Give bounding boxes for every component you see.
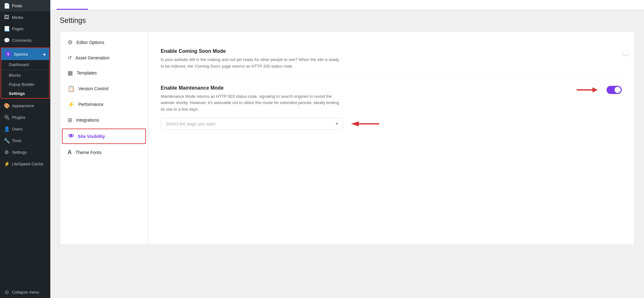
- sidebar-item-settings-wp[interactable]: ⚙ Settings: [0, 146, 50, 158]
- nav-theme-fonts[interactable]: A Theme Fonts: [60, 145, 148, 160]
- maintenance-toggle[interactable]: [607, 86, 622, 94]
- sidebar-item-popup-builder[interactable]: Popup Builder: [1, 80, 49, 89]
- media-icon: 🖼: [4, 14, 9, 20]
- content-area: Settings ⚙ Editor Options ↺ Asset Genera…: [50, 10, 644, 298]
- settings-container: ⚙ Editor Options ↺ Asset Generation ▦ Te…: [60, 31, 635, 245]
- pages-icon: 📃: [4, 26, 9, 32]
- sidebar-item-plugins[interactable]: 🔌 Plugins: [0, 112, 50, 123]
- templates-icon: ▦: [68, 69, 73, 76]
- spectra-section: S Spectra ◀ Dashboard Blocks Popup Build…: [1, 47, 50, 99]
- coming-soon-title: Enable Coming Soon Mode: [161, 48, 343, 54]
- settings-panel: Enable Coming Soon Mode Is your website …: [148, 31, 634, 245]
- sidebar-item-dashboard[interactable]: Dashboard: [1, 60, 49, 69]
- sidebar-item-blocks[interactable]: Blocks: [1, 71, 49, 80]
- coming-soon-toggle-row: Enable Coming Soon Mode Is your website …: [161, 48, 622, 70]
- maintenance-row: Enable Maintenance Mode Maintenance Mode…: [161, 78, 622, 137]
- theme-fonts-icon: A: [68, 149, 72, 156]
- litespeed-icon: ⚡: [4, 161, 9, 167]
- settings-wp-icon: ⚙: [4, 149, 9, 155]
- comments-icon: 💬: [4, 37, 9, 43]
- coming-soon-row: Enable Coming Soon Mode Is your website …: [161, 41, 622, 78]
- nav-templates[interactable]: ▦ Templates: [60, 65, 148, 81]
- maintenance-desc: Maintenance Mode returns an HTTP 503 sta…: [161, 93, 343, 113]
- sidebar-item-users[interactable]: 👤 Users: [0, 123, 50, 135]
- nav-version-control[interactable]: 📋 Version Control: [60, 81, 148, 97]
- main-content: Settings ⚙ Editor Options ↺ Asset Genera…: [50, 0, 644, 298]
- maintenance-toggle-row: Enable Maintenance Mode Maintenance Mode…: [161, 85, 622, 113]
- performance-icon: ⚡: [68, 101, 75, 108]
- posts-icon: 📄: [4, 3, 9, 9]
- nav-editor-options[interactable]: ⚙ Editor Options: [60, 35, 148, 50]
- collapse-menu[interactable]: ⊙ Collapse menu: [0, 286, 50, 298]
- spectra-logo: S: [5, 51, 11, 57]
- svg-marker-3: [351, 121, 359, 126]
- site-visibility-icon: 👁: [68, 133, 74, 140]
- spectra-menu-item[interactable]: S Spectra ◀: [1, 48, 49, 60]
- sidebar-item-posts[interactable]: 📄 Posts: [0, 0, 50, 12]
- integrations-icon: ⊞: [68, 117, 72, 124]
- maintenance-slider: [607, 86, 622, 94]
- version-control-icon: 📋: [68, 85, 75, 92]
- sidebar-item-settings[interactable]: Settings: [1, 89, 49, 98]
- select-row: Select the page you want ▼: [161, 118, 622, 130]
- svg-marker-1: [592, 87, 598, 92]
- sidebar-item-litespeed[interactable]: ⚡ LiteSpeed Cache: [0, 158, 50, 170]
- tools-icon: 🔧: [4, 138, 9, 144]
- settings-nav: ⚙ Editor Options ↺ Asset Generation ▦ Te…: [60, 31, 148, 245]
- coming-soon-desc: Is your website still in the making and …: [161, 57, 343, 70]
- maintenance-content: Enable Maintenance Mode Maintenance Mode…: [161, 85, 343, 113]
- sidebar: 📄 Posts 🖼 Media 📃 Pages 💬 Comments S Spe…: [0, 0, 50, 298]
- nav-integrations[interactable]: ⊞ Integrations: [60, 112, 148, 128]
- sidebar-item-appearance[interactable]: 🎨 Appearance: [0, 100, 50, 112]
- sidebar-item-tools[interactable]: 🔧 Tools: [0, 135, 50, 146]
- sidebar-item-comments[interactable]: 💬 Comments: [0, 35, 50, 46]
- nav-asset-generation[interactable]: ↺ Asset Generation: [60, 50, 148, 65]
- appearance-icon: 🎨: [4, 103, 9, 109]
- collapse-icon: ⊙: [4, 289, 9, 295]
- chevron-icon: ◀: [43, 52, 45, 56]
- asset-generation-icon: ↺: [68, 55, 72, 61]
- arrow-left-indicator: [349, 119, 381, 129]
- users-icon: 👤: [4, 126, 9, 132]
- page-select[interactable]: Select the page you want: [161, 118, 343, 130]
- page-title: Settings: [60, 16, 635, 25]
- plugins-icon: 🔌: [4, 114, 9, 120]
- nav-performance[interactable]: ⚡ Performance: [60, 97, 148, 112]
- sidebar-item-media[interactable]: 🖼 Media: [0, 12, 50, 23]
- editor-options-icon: ⚙: [68, 39, 73, 46]
- maintenance-title: Enable Maintenance Mode: [161, 85, 343, 91]
- nav-site-visibility[interactable]: 👁 Site Visibility: [62, 129, 146, 144]
- arrow-right-indicator: [575, 85, 600, 95]
- coming-soon-content: Enable Coming Soon Mode Is your website …: [161, 48, 343, 70]
- sidebar-item-pages[interactable]: 📃 Pages: [0, 23, 50, 35]
- top-bar: [50, 0, 644, 10]
